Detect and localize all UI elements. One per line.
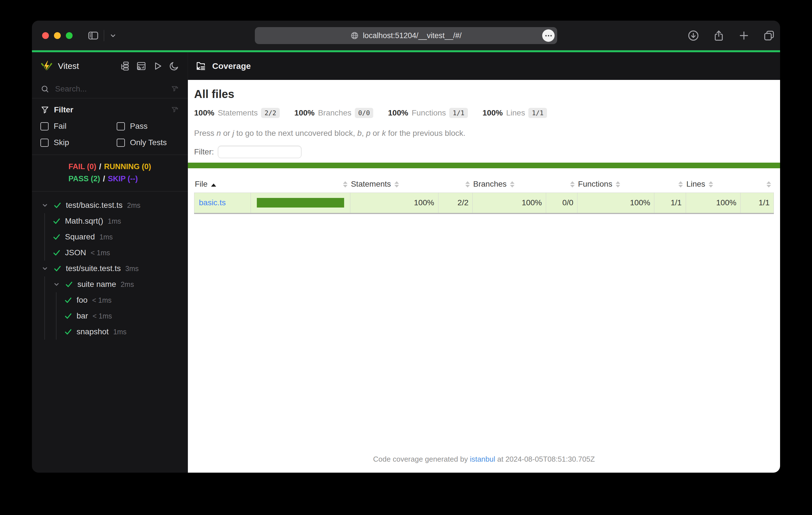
status-separator: / xyxy=(99,162,102,171)
branches-frac-cell: 0/0 xyxy=(546,192,578,213)
page-settings-button[interactable] xyxy=(542,29,555,42)
downloads-icon[interactable] xyxy=(687,29,700,42)
column-header-statements[interactable]: Statements xyxy=(350,176,438,192)
tree-item-file[interactable]: test/basic.test.ts 2ms xyxy=(40,198,187,213)
filter-panel: Filter Fail Pass xyxy=(32,98,187,155)
clear-search-filter-icon[interactable] xyxy=(171,85,179,93)
sorter-icon[interactable] xyxy=(395,181,399,187)
stat-pct: 100% xyxy=(388,109,408,117)
istanbul-link[interactable]: istanbul xyxy=(470,455,495,463)
column-header-statements-raw[interactable] xyxy=(438,176,473,192)
tree-item-duration: 2ms xyxy=(127,201,140,210)
sorter-icon[interactable] xyxy=(510,181,515,187)
stat-lines: 100% Lines 1/1 xyxy=(483,108,547,118)
file-filter-input[interactable] xyxy=(218,146,301,158)
sorter-icon[interactable] xyxy=(678,181,683,187)
column-header-functions-raw[interactable] xyxy=(654,176,686,192)
tree-item-test[interactable]: JSON < 1ms xyxy=(52,245,187,261)
pass-check-icon xyxy=(64,311,72,321)
status-line-fail-running: FAIL (0)/RUNNING (0) xyxy=(68,161,151,173)
tab-overview-icon[interactable] xyxy=(762,29,776,42)
running-count: RUNNING (0) xyxy=(104,162,151,171)
chevron-down-icon[interactable] xyxy=(52,280,61,289)
zoom-window-button[interactable] xyxy=(66,32,72,39)
tree-item-label: suite name xyxy=(78,280,116,289)
sorter-icon[interactable] xyxy=(343,181,348,187)
stat-fraction-badge: 1/1 xyxy=(528,108,547,118)
file-cell: basic.ts xyxy=(194,192,251,213)
stat-fraction-badge: 1/1 xyxy=(449,108,468,118)
chevron-down-icon[interactable] xyxy=(40,201,50,210)
pass-check-icon xyxy=(64,327,72,336)
page-title: All files xyxy=(194,88,774,100)
statements-frac-cell: 2/2 xyxy=(438,192,473,213)
app-title: Vitest xyxy=(58,61,79,71)
filter-checkbox-fail[interactable]: Fail xyxy=(40,122,117,131)
checkbox-box[interactable] xyxy=(40,122,49,130)
dashboard-icon[interactable] xyxy=(136,61,146,71)
sorter-icon[interactable] xyxy=(616,181,620,187)
search-bar[interactable]: Search... xyxy=(32,80,187,98)
column-header-lines[interactable]: Lines xyxy=(686,176,741,192)
share-icon[interactable] xyxy=(712,29,725,42)
chevron-down-icon[interactable] xyxy=(109,31,117,40)
close-window-button[interactable] xyxy=(42,32,49,39)
dark-mode-icon[interactable] xyxy=(169,61,179,71)
test-tree: test/basic.test.ts 2ms Math.sqrt() 1ms xyxy=(32,192,187,340)
run-all-icon[interactable] xyxy=(152,61,163,71)
filter-checkbox-skip[interactable]: Skip xyxy=(40,138,117,147)
column-header-lines-raw[interactable] xyxy=(741,176,774,192)
filter-checkbox-pass[interactable]: Pass xyxy=(117,122,179,131)
sorter-icon[interactable] xyxy=(570,181,575,187)
minimize-window-button[interactable] xyxy=(54,32,61,39)
coverage-bar-fill xyxy=(257,198,344,208)
globe-icon xyxy=(350,31,359,40)
coverage-pane-title: Coverage xyxy=(212,61,251,71)
sidebar-toggle-icon[interactable] xyxy=(87,30,99,41)
coverage-stats: 100% Statements 2/2 100% Branches 0/0 10… xyxy=(194,108,774,118)
tree-item-duration: < 1ms xyxy=(91,249,110,257)
sorter-icon[interactable] xyxy=(766,181,771,187)
status-line-pass-skip: PASS (2)/SKIP (--) xyxy=(68,173,151,185)
lines-frac-cell: 1/1 xyxy=(741,192,774,213)
sorter-icon[interactable] xyxy=(465,181,470,187)
stat-pct: 100% xyxy=(294,109,315,117)
stat-pct: 100% xyxy=(483,109,503,117)
search-placeholder: Search... xyxy=(55,84,165,93)
tree-item-suite[interactable]: suite name 2ms xyxy=(52,276,187,292)
tree-item-duration: 1ms xyxy=(99,233,113,241)
clear-filters-icon[interactable] xyxy=(171,105,179,114)
sorter-icon[interactable] xyxy=(708,181,713,187)
tree-item-test[interactable]: snapshot 1ms xyxy=(64,324,187,340)
new-tab-icon[interactable] xyxy=(738,29,750,42)
column-header-file[interactable]: File xyxy=(194,176,251,192)
filter-checkbox-only-tests[interactable]: Only Tests xyxy=(117,138,179,147)
tree-item-test[interactable]: bar < 1ms xyxy=(64,308,187,324)
traffic-lights xyxy=(32,32,72,39)
column-header-branches[interactable]: Branches xyxy=(473,176,546,192)
column-header-chart[interactable] xyxy=(251,176,350,192)
tree-item-test[interactable]: Squared 1ms xyxy=(52,229,187,245)
column-header-branches-raw[interactable] xyxy=(546,176,578,192)
checkbox-box[interactable] xyxy=(117,139,125,147)
skip-count: SKIP (--) xyxy=(108,175,138,183)
file-link[interactable]: basic.ts xyxy=(199,198,226,207)
tree-item-duration: < 1ms xyxy=(92,312,112,320)
chevron-down-icon[interactable] xyxy=(40,264,50,273)
tree-item-file[interactable]: test/suite.test.ts 3ms xyxy=(40,261,187,276)
tree-view-icon[interactable] xyxy=(120,61,130,71)
pass-check-icon xyxy=(52,232,61,241)
vitest-accent-line xyxy=(32,50,780,52)
stat-label: Statements xyxy=(218,109,258,117)
checkbox-box[interactable] xyxy=(117,122,125,130)
statements-pct-cell: 100% xyxy=(350,192,438,213)
checkbox-box[interactable] xyxy=(40,139,49,147)
sidebar: Vitest xyxy=(32,52,187,473)
tree-item-test[interactable]: foo < 1ms xyxy=(64,292,187,308)
tree-item-duration: 3ms xyxy=(125,265,139,273)
fail-count: FAIL (0) xyxy=(68,162,96,171)
sidebar-header: Vitest xyxy=(32,52,187,80)
column-header-functions[interactable]: Functions xyxy=(578,176,654,192)
address-bar[interactable]: localhost:51204/__vitest__/#/ xyxy=(255,27,557,44)
tree-item-test[interactable]: Math.sqrt() 1ms xyxy=(52,213,187,229)
